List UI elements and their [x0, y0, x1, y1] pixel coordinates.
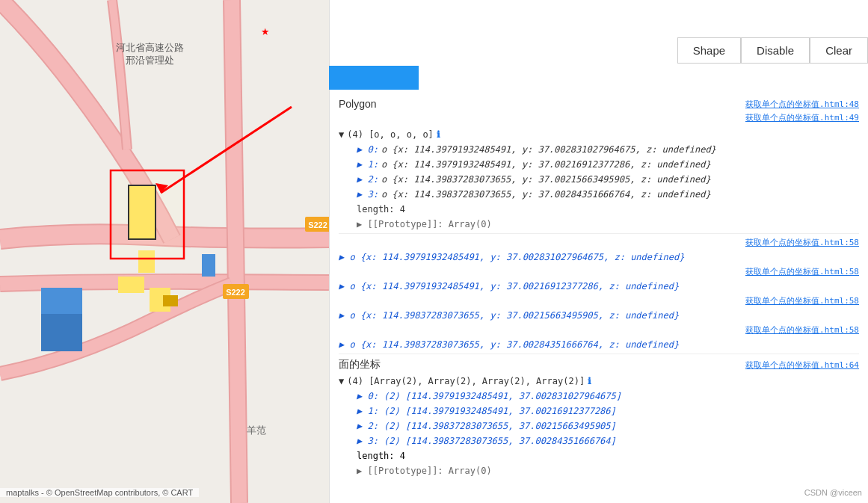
obj-c[interactable]: ▶ o {x: 114.39837283073655, y: 37.002156… — [339, 309, 679, 322]
obj-d[interactable]: ▶ o {x: 114.39837283073655, y: 37.002843… — [339, 338, 679, 351]
item-0[interactable]: ▶ 0: — [357, 143, 378, 156]
blue-action-button[interactable] — [329, 66, 419, 90]
item-3[interactable]: ▶ 3: — [357, 188, 378, 201]
svg-rect-11 — [129, 185, 156, 239]
link-58b[interactable]: 获取单个点的坐标值.html:58 — [745, 266, 859, 277]
polygon-label: Polygon — [339, 98, 377, 110]
face-label: 面的坐标 — [339, 358, 381, 371]
face-prototype[interactable]: ▶ [[Prototype]]: Array(0) — [357, 464, 492, 478]
info-icon[interactable]: ℹ — [437, 128, 440, 141]
face-length: length: 4 — [357, 449, 405, 463]
array-expand[interactable]: ▼ — [339, 128, 344, 141]
link-48[interactable]: 获取单个点的坐标值.html:48 — [745, 99, 859, 110]
item-0-val: o {x: 114.39791932485491, y: 37.00283102… — [381, 143, 716, 156]
svg-rect-7 — [202, 254, 215, 277]
svg-rect-5 — [41, 288, 82, 318]
svg-text:S222: S222 — [308, 220, 327, 229]
length-label: length: 4 — [357, 203, 405, 216]
face-array-expand[interactable]: ▼ — [339, 374, 344, 388]
disable-button[interactable]: Disable — [741, 37, 810, 64]
link-49[interactable]: 获取单个点的坐标值.html:49 — [745, 112, 859, 123]
toolbar: Shape Disable Clear — [677, 37, 868, 64]
star-marker: ★ — [261, 22, 269, 38]
svg-text:羊范: 羊范 — [247, 425, 266, 436]
item-1[interactable]: ▶ 1: — [357, 158, 378, 171]
face-item-0[interactable]: ▶ 0: (2) [114.39791932485491, 37.0028310… — [357, 389, 621, 403]
shape-button[interactable]: Shape — [677, 37, 741, 64]
map-attribution: maptalks - © OpenStreetMap contributors,… — [0, 488, 199, 497]
svg-rect-4 — [118, 277, 144, 293]
map-container[interactable]: 河北省高速公路 邢沿管理处 羊范 S222 S222 — [0, 0, 329, 503]
item-3-val: o {x: 114.39837283073655, y: 37.00284351… — [381, 188, 711, 201]
link-58a[interactable]: 获取单个点的坐标值.html:58 — [745, 237, 859, 248]
link-64[interactable]: 获取单个点的坐标值.html:64 — [745, 359, 859, 371]
svg-text:S222: S222 — [226, 288, 245, 297]
item-1-val: o {x: 114.39791932485491, y: 37.00216912… — [381, 158, 711, 171]
svg-rect-6 — [41, 314, 82, 351]
face-item-3[interactable]: ▶ 3: (2) [114.39837283073655, 37.0028435… — [357, 434, 616, 448]
svg-text:河北省高速公路: 河北省高速公路 — [116, 42, 184, 53]
item-2[interactable]: ▶ 2: — [357, 173, 378, 186]
face-info-icon[interactable]: ℹ — [588, 374, 591, 388]
svg-text:邢沿管理处: 邢沿管理处 — [126, 55, 174, 66]
csdn-watermark: CSDN @viceen — [804, 488, 862, 497]
link-58c[interactable]: 获取单个点的坐标值.html:58 — [745, 295, 859, 306]
face-item-1[interactable]: ▶ 1: (2) [114.39791932485491, 37.0021691… — [357, 404, 616, 418]
clear-button[interactable]: Clear — [810, 37, 868, 64]
face-item-2[interactable]: ▶ 2: (2) [114.39837283073655, 37.0021566… — [357, 419, 616, 433]
link-58d[interactable]: 获取单个点的坐标值.html:58 — [745, 324, 859, 336]
prototype-label[interactable]: ▶ [[Prototype]]: Array(0) — [357, 217, 492, 231]
obj-a[interactable]: ▶ o {x: 114.39791932485491, y: 37.002831… — [339, 250, 684, 264]
face-array-header: (4) [Array(2), Array(2), Array(2), Array… — [347, 374, 585, 388]
array-header: (4) [o, o, o, o] — [347, 128, 434, 141]
obj-b[interactable]: ▶ o {x: 114.39791932485491, y: 37.002169… — [339, 280, 679, 293]
item-2-val: o {x: 114.39837283073655, y: 37.00215663… — [381, 173, 711, 186]
svg-rect-9 — [163, 295, 178, 306]
